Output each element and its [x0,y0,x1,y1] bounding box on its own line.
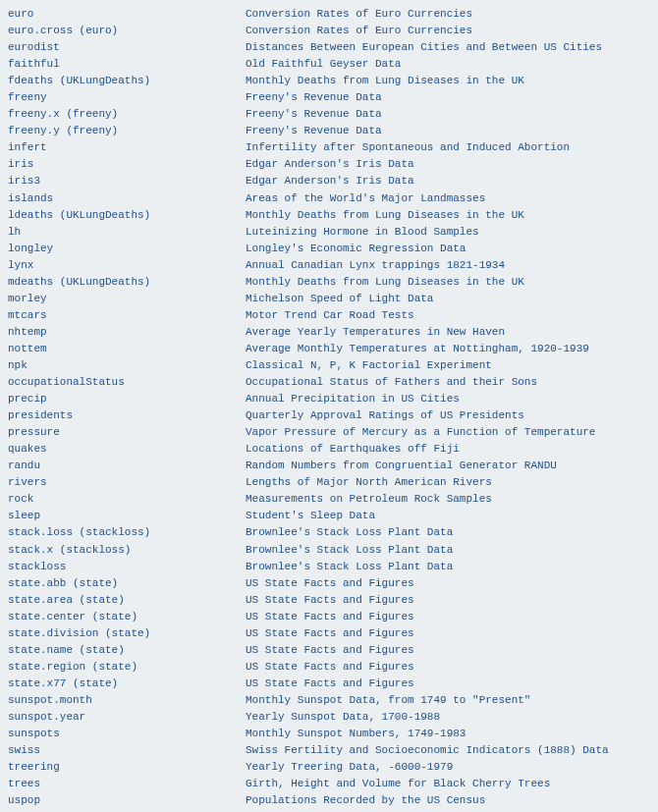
dataset-description: Edgar Anderson's Iris Data [246,156,650,173]
dataset-row: randuRandom Numbers from Congruential Ge… [8,458,650,474]
dataset-name: iris [8,156,246,173]
dataset-description: Yearly Treering Data, -6000-1979 [246,759,650,776]
dataset-row: mdeaths (UKLungDeaths)Monthly Deaths fro… [8,274,650,291]
dataset-name: pressure [8,424,246,441]
dataset-name: sleep [8,508,246,524]
dataset-row: faithfulOld Faithful Geyser Data [8,56,650,73]
dataset-description: Infertility after Spontaneous and Induce… [246,139,650,156]
dataset-name: freeny.y (freeny) [8,123,246,139]
dataset-row: sunspotsMonthly Sunspot Numbers, 1749-19… [8,726,650,742]
dataset-name: euro.cross (euro) [8,23,246,39]
dataset-description: US State Facts and Figures [246,575,650,592]
dataset-name: faithful [8,56,246,73]
dataset-row: rockMeasurements on Petroleum Rock Sampl… [8,491,650,508]
dataset-row: nottemAverage Monthly Temperatures at No… [8,341,650,357]
dataset-description: Yearly Sunspot Data, 1700-1988 [246,709,650,726]
dataset-name: npk [8,357,246,374]
dataset-name: lynx [8,257,246,274]
dataset-row: precipAnnual Precipitation in US Cities [8,391,650,407]
dataset-description: US State Facts and Figures [246,592,650,609]
dataset-description: Michelson Speed of Light Data [246,291,650,307]
dataset-row: sunspot.monthMonthly Sunspot Data, from … [8,692,650,709]
dataset-description: Monthly Deaths from Lung Diseases in the… [246,274,650,291]
dataset-description: Quarterly Approval Ratings of US Preside… [246,407,650,424]
dataset-name: presidents [8,407,246,424]
dataset-row: uspopPopulations Recorded by the US Cens… [8,792,650,809]
dataset-name: state.name (state) [8,642,246,659]
dataset-description: Brownlee's Stack Loss Plant Data [246,559,650,575]
dataset-row: pressureVapor Pressure of Mercury as a F… [8,424,650,441]
dataset-description: US State Facts and Figures [246,625,650,642]
dataset-name: randu [8,458,246,474]
dataset-row: freenyFreeny's Revenue Data [8,89,650,106]
dataset-description: Swiss Fertility and Socioeconomic Indica… [246,742,650,759]
dataset-name: occupationalStatus [8,374,246,391]
dataset-row: nhtempAverage Yearly Temperatures in New… [8,324,650,341]
dataset-name: longley [8,241,246,257]
dataset-description: Brownlee's Stack Loss Plant Data [246,524,650,541]
dataset-row: ldeaths (UKLungDeaths)Monthly Deaths fro… [8,207,650,224]
dataset-row: presidentsQuarterly Approval Ratings of … [8,407,650,424]
dataset-row: irisEdgar Anderson's Iris Data [8,156,650,173]
dataset-name: swiss [8,742,246,759]
dataset-name: state.area (state) [8,592,246,609]
dataset-row: infertInfertility after Spontaneous and … [8,139,650,156]
dataset-description: Student's Sleep Data [246,508,650,524]
dataset-name: precip [8,391,246,407]
dataset-description: Occupational Status of Fathers and their… [246,374,650,391]
dataset-row: euro.cross (euro)Conversion Rates of Eur… [8,23,650,39]
dataset-name: state.abb (state) [8,575,246,592]
dataset-name: sunspot.month [8,692,246,709]
dataset-description: Average Monthly Temperatures at Nottingh… [246,341,650,357]
dataset-description: Monthly Deaths from Lung Diseases in the… [246,207,650,224]
dataset-description: Annual Precipitation in US Cities [246,391,650,407]
dataset-row: lhLuteinizing Hormone in Blood Samples [8,224,650,241]
dataset-name: nhtemp [8,324,246,341]
dataset-name: mdeaths (UKLungDeaths) [8,274,246,291]
dataset-description: Vapor Pressure of Mercury as a Function … [246,424,650,441]
dataset-row: iris3Edgar Anderson's Iris Data [8,173,650,189]
dataset-description: Longley's Economic Regression Data [246,241,650,257]
dataset-row: freeny.y (freeny)Freeny's Revenue Data [8,123,650,139]
dataset-name: infert [8,139,246,156]
dataset-row: swissSwiss Fertility and Socioeconomic I… [8,742,650,759]
dataset-row: occupationalStatusOccupational Status of… [8,374,650,391]
dataset-row: state.name (state)US State Facts and Fig… [8,642,650,659]
dataset-name: ldeaths (UKLungDeaths) [8,207,246,224]
dataset-description: Distances Between European Cities and Be… [246,39,650,56]
dataset-description: Average Yearly Temperatures in New Haven [246,324,650,341]
dataset-description: Motor Trend Car Road Tests [246,307,650,324]
dataset-row: quakesLocations of Earthquakes off Fiji [8,441,650,458]
dataset-name: morley [8,291,246,307]
dataset-name: state.division (state) [8,625,246,642]
dataset-row: riversLengths of Major North American Ri… [8,474,650,491]
dataset-description: Measurements on Petroleum Rock Samples [246,491,650,508]
dataset-row: islandsAreas of the World's Major Landma… [8,190,650,207]
dataset-description: Monthly Deaths from Lung Diseases in the… [246,73,650,89]
dataset-row: state.abb (state)US State Facts and Figu… [8,575,650,592]
dataset-name: stackloss [8,559,246,575]
dataset-list: euroConversion Rates of Euro Currenciese… [8,6,650,812]
dataset-description: US State Facts and Figures [246,676,650,692]
dataset-description: Edgar Anderson's Iris Data [246,173,650,189]
dataset-name: freeny.x (freeny) [8,106,246,123]
dataset-row: freeny.x (freeny)Freeny's Revenue Data [8,106,650,123]
dataset-row: state.center (state)US State Facts and F… [8,609,650,625]
dataset-name: islands [8,190,246,207]
dataset-row: mtcarsMotor Trend Car Road Tests [8,307,650,324]
dataset-description: US State Facts and Figures [246,609,650,625]
dataset-row: stacklossBrownlee's Stack Loss Plant Dat… [8,559,650,575]
dataset-name: nottem [8,341,246,357]
dataset-row: state.region (state)US State Facts and F… [8,659,650,676]
dataset-description: Lengths of Major North American Rivers [246,474,650,491]
dataset-name: uspop [8,792,246,809]
dataset-name: stack.x (stackloss) [8,542,246,559]
dataset-description: Locations of Earthquakes off Fiji [246,441,650,458]
dataset-description: Freeny's Revenue Data [246,89,650,106]
dataset-name: quakes [8,441,246,458]
dataset-row: stack.x (stackloss)Brownlee's Stack Loss… [8,542,650,559]
dataset-description: Brownlee's Stack Loss Plant Data [246,542,650,559]
dataset-description: US State Facts and Figures [246,642,650,659]
dataset-description: Monthly Sunspot Data, from 1749 to "Pres… [246,692,650,709]
dataset-row: state.x77 (state)US State Facts and Figu… [8,676,650,692]
